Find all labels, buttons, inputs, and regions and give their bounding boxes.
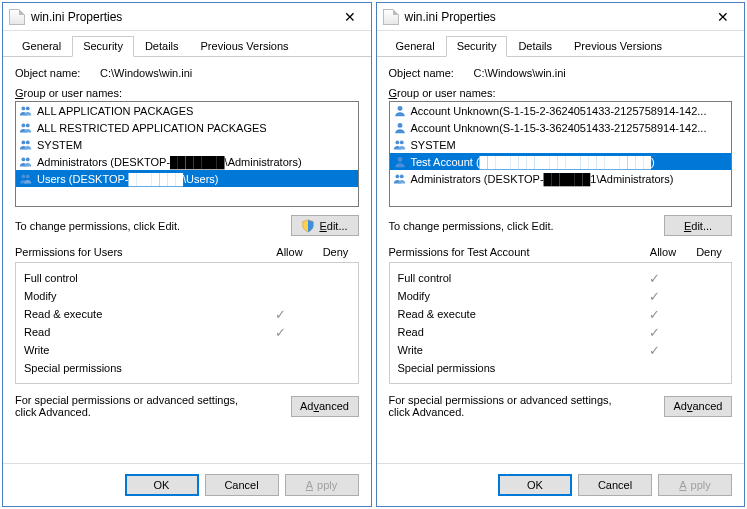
svg-point-2 <box>21 123 25 127</box>
list-item[interactable]: Account Unknown(S-1-15-2-3624051433-2125… <box>390 102 732 119</box>
group-names-label: Group or user names: <box>15 87 359 99</box>
list-item[interactable]: Administrators (DESKTOP-███████\Administ… <box>16 153 358 170</box>
list-item-label: Administrators (DESKTOP-███████\Administ… <box>37 156 302 168</box>
permissions-box: Full control✓Modify✓Read & execute✓Read✓… <box>389 262 733 384</box>
permissions-for-label: Permissions for Users <box>15 246 267 258</box>
ok-button[interactable]: OK <box>498 474 572 496</box>
permission-row: Modify <box>24 287 350 305</box>
properties-window: win.ini Properties ✕ General Security De… <box>2 2 372 507</box>
list-item[interactable]: SYSTEM <box>390 136 732 153</box>
svg-point-3 <box>26 123 30 127</box>
group-icon <box>19 155 33 169</box>
permission-row: Read✓ <box>24 323 350 341</box>
svg-point-13 <box>399 140 403 144</box>
user-icon <box>393 104 407 118</box>
list-item[interactable]: SYSTEM <box>16 136 358 153</box>
svg-point-0 <box>21 106 25 110</box>
cancel-button[interactable]: Cancel <box>578 474 652 496</box>
list-item-label: Account Unknown(S-1-15-2-3624051433-2125… <box>411 105 707 117</box>
permissions-box: Full controlModifyRead & execute✓Read✓Wr… <box>15 262 359 384</box>
svg-point-14 <box>397 156 402 161</box>
list-item[interactable]: Users (DESKTOP-███████\Users) <box>16 170 358 187</box>
list-item-label: Administrators (DESKTOP-██████1\Administ… <box>411 173 674 185</box>
advanced-button[interactable]: Advanced <box>664 396 732 417</box>
apply-button[interactable]: Apply <box>285 474 359 496</box>
allow-check: ✓ <box>631 343 677 358</box>
permission-name: Read & execute <box>24 308 258 320</box>
permission-row: Write✓ <box>398 341 724 359</box>
allow-check: ✓ <box>258 325 304 340</box>
tab-general[interactable]: General <box>385 36 446 57</box>
svg-point-11 <box>397 122 402 127</box>
list-item[interactable]: Account Unknown(S-1-15-3-3624051433-2125… <box>390 119 732 136</box>
ok-button[interactable]: OK <box>125 474 199 496</box>
shield-icon <box>301 219 315 233</box>
permission-name: Modify <box>24 290 258 302</box>
permission-row: Full control✓ <box>398 269 724 287</box>
allow-check: ✓ <box>631 289 677 304</box>
list-item[interactable]: Test Account (██████████████████████) <box>390 153 732 170</box>
list-item[interactable]: Administrators (DESKTOP-██████1\Administ… <box>390 170 732 187</box>
list-item-label: ALL APPLICATION PACKAGES <box>37 105 193 117</box>
svg-point-15 <box>395 174 399 178</box>
permission-name: Read <box>24 326 258 338</box>
principals-list[interactable]: Account Unknown(S-1-15-2-3624051433-2125… <box>389 101 733 207</box>
titlebar: win.ini Properties ✕ <box>377 3 745 31</box>
svg-point-4 <box>21 140 25 144</box>
permissions-for-label: Permissions for Test Account <box>389 246 641 258</box>
permission-name: Special permissions <box>24 362 258 374</box>
group-icon <box>393 172 407 186</box>
tab-previous-versions[interactable]: Previous Versions <box>190 36 300 57</box>
close-button[interactable]: ✕ <box>708 9 738 25</box>
permission-name: Full control <box>398 272 632 284</box>
group-icon <box>19 138 33 152</box>
principals-list[interactable]: ALL APPLICATION PACKAGESALL RESTRICTED A… <box>15 101 359 207</box>
group-icon <box>19 121 33 135</box>
tab-general[interactable]: General <box>11 36 72 57</box>
window-title: win.ini Properties <box>31 10 335 24</box>
edit-label: Edit... <box>319 220 347 232</box>
permission-name: Special permissions <box>398 362 632 374</box>
list-item-label: SYSTEM <box>411 139 456 151</box>
cancel-button[interactable]: Cancel <box>205 474 279 496</box>
tab-security[interactable]: Security <box>72 36 134 57</box>
list-item[interactable]: ALL APPLICATION PACKAGES <box>16 102 358 119</box>
tab-details[interactable]: Details <box>134 36 190 57</box>
svg-point-6 <box>21 157 25 161</box>
tab-security[interactable]: Security <box>446 36 508 57</box>
allow-column: Allow <box>267 246 313 258</box>
edit-button[interactable]: Edit... <box>664 215 732 236</box>
permission-name: Write <box>398 344 632 356</box>
allow-check: ✓ <box>631 307 677 322</box>
list-item-label: ALL RESTRICTED APPLICATION PACKAGES <box>37 122 267 134</box>
button-bar: OK Cancel Apply <box>3 463 371 506</box>
permission-row: Special permissions <box>24 359 350 377</box>
permission-row: Full control <box>24 269 350 287</box>
permission-row: Modify✓ <box>398 287 724 305</box>
list-item[interactable]: ALL RESTRICTED APPLICATION PACKAGES <box>16 119 358 136</box>
permission-row: Read✓ <box>398 323 724 341</box>
svg-point-10 <box>397 105 402 110</box>
advanced-button[interactable]: Advanced <box>291 396 359 417</box>
permission-name: Read & execute <box>398 308 632 320</box>
tab-details[interactable]: Details <box>507 36 563 57</box>
edit-button[interactable]: Edit... <box>291 215 359 236</box>
change-permissions-text: To change permissions, click Edit. <box>389 220 554 232</box>
button-bar: OK Cancel Apply <box>377 463 745 506</box>
object-name-label: Object name: <box>15 67 100 79</box>
tab-strip: General Security Details Previous Versio… <box>377 31 745 57</box>
svg-point-8 <box>21 174 25 178</box>
group-icon <box>19 172 33 186</box>
list-item-label: Test Account (██████████████████████) <box>411 156 655 168</box>
allow-check: ✓ <box>631 325 677 340</box>
svg-point-9 <box>26 174 30 178</box>
group-names-label: Group or user names: <box>389 87 733 99</box>
close-button[interactable]: ✕ <box>335 9 365 25</box>
svg-point-7 <box>26 157 30 161</box>
apply-button[interactable]: Apply <box>658 474 732 496</box>
permission-row: Read & execute✓ <box>24 305 350 323</box>
permission-row: Read & execute✓ <box>398 305 724 323</box>
svg-point-16 <box>399 174 403 178</box>
tab-previous-versions[interactable]: Previous Versions <box>563 36 673 57</box>
permission-row: Write <box>24 341 350 359</box>
